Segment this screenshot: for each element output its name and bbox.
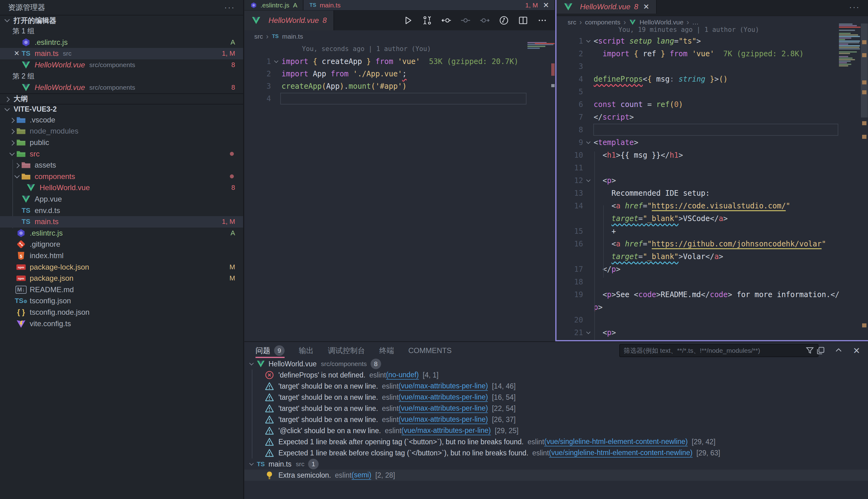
breadcrumb-item[interactable]: main.ts xyxy=(282,33,303,40)
panel-tab-输出[interactable]: 输出 xyxy=(299,342,314,359)
rule-link[interactable]: (vue/max-attributes-per-line) xyxy=(399,404,488,413)
editor-group-focus-border[interactable] xyxy=(555,0,556,341)
previous-change-icon[interactable] xyxy=(442,15,451,25)
file-history-icon[interactable] xyxy=(499,15,509,25)
breadcrumb-item[interactable]: … xyxy=(692,19,699,26)
breadcrumb-item[interactable]: src xyxy=(254,33,263,40)
code-editor[interactable]: 1 import { createApp } from 'vue' 53K (g… xyxy=(244,55,555,105)
current-change-icon[interactable] xyxy=(461,15,470,25)
panel-tab-终端[interactable]: 终端 xyxy=(379,342,394,359)
problem-item[interactable]: Extra semicolon. eslint(semi) [2, 28] xyxy=(244,470,868,481)
tree-item-src[interactable]: src xyxy=(0,148,243,159)
tree-item-assets[interactable]: assets xyxy=(0,159,243,171)
editor-group-label: 第 2 组 xyxy=(0,71,243,82)
tree-item-components[interactable]: components xyxy=(0,171,243,182)
panel-tabs: 问题9 输出 调试控制台 终端 COMMENTS xyxy=(255,342,466,359)
open-editor-item[interactable]: ✕ TS main.ts src 1, M xyxy=(0,48,243,59)
run-icon[interactable] xyxy=(403,15,413,25)
overview-error-marker xyxy=(551,63,555,76)
next-change-icon[interactable] xyxy=(480,15,490,25)
problem-item[interactable]: 'defineProps' is not defined. eslint(no-… xyxy=(244,369,868,380)
fold-chevron-icon[interactable] xyxy=(583,177,594,185)
bottom-panel: 问题9 输出 调试控制台 终端 COMMENTS ✕ HelloWor xyxy=(244,341,868,499)
warning-icon xyxy=(265,448,274,458)
breadcrumb-item[interactable]: HelloWorld.vue xyxy=(639,19,683,26)
problem-item[interactable]: 'target' should be on a new line. eslint… xyxy=(244,392,868,403)
problem-item[interactable]: Expected 1 line break after opening tag … xyxy=(244,436,868,447)
panel-tab-问题[interactable]: 问题9 xyxy=(255,342,285,359)
minimap[interactable] xyxy=(528,42,555,51)
breadcrumb[interactable]: src›components›HelloWorld.vue›… xyxy=(568,18,699,27)
panel-tab-调试控制台[interactable]: 调试控制台 xyxy=(328,342,365,359)
tree-item-public[interactable]: public xyxy=(0,137,243,148)
tree-root-header[interactable]: VITE-VUE3-2 xyxy=(0,104,243,114)
tree-item-main.ts[interactable]: TS main.ts 1, M xyxy=(0,216,243,228)
scrollbar[interactable] xyxy=(861,24,868,118)
split-editor-icon[interactable] xyxy=(518,15,528,25)
open-changes-icon[interactable] xyxy=(422,15,432,25)
outline-header[interactable]: 大纲 xyxy=(0,93,243,104)
close-panel-icon[interactable]: ✕ xyxy=(852,346,861,355)
rule-link[interactable]: (vue/singleline-html-element-content-new… xyxy=(549,449,692,458)
open-editors-header[interactable]: 打开的编辑器 xyxy=(0,15,243,25)
tree-item-.gitignore[interactable]: .gitignore xyxy=(0,239,243,250)
tsconfig-icon: TS⚙ xyxy=(16,296,26,306)
rule-link[interactable]: (vue/singleline-html-element-content-new… xyxy=(544,437,688,447)
breadcrumb[interactable]: src›TSmain.ts xyxy=(254,32,303,41)
problem-file-HelloWorld.vue[interactable]: HelloWorld.vuesrc/components8 xyxy=(244,358,868,369)
sidebar-more-actions-icon[interactable]: ··· xyxy=(224,3,235,12)
problem-item[interactable]: 'target' should be on a new line. eslint… xyxy=(244,403,868,414)
tree-item-node_modules[interactable]: node_modules xyxy=(0,125,243,137)
ts-icon: TS xyxy=(272,33,279,40)
problem-file-main.ts[interactable]: TSmain.tssrc1 xyxy=(244,459,868,470)
more-icon[interactable] xyxy=(537,15,547,25)
tree-item-tsconfig.json[interactable]: TS⚙ tsconfig.json xyxy=(0,295,243,307)
code-editor[interactable]: 1 <script setup lang="ts"> 2 import { re… xyxy=(556,35,868,341)
editor-more-actions-icon[interactable]: ··· xyxy=(849,0,868,12)
fold-chevron-icon[interactable] xyxy=(583,329,594,337)
tree-item-HelloWorld.vue[interactable]: HelloWorld.vue 8 xyxy=(0,182,243,194)
problem-item[interactable]: 'target' should be on a new line. eslint… xyxy=(244,414,868,425)
tree-item-index.html[interactable]: 5 index.html xyxy=(0,250,243,261)
chevron-down-icon xyxy=(3,16,11,24)
tab-.eslintrc.js[interactable]: .eslintrc.js A xyxy=(244,0,303,10)
maximize-panel-icon[interactable] xyxy=(834,346,843,355)
open-in-editor-icon[interactable] xyxy=(816,346,825,355)
tab-helloworld-vue[interactable]: HelloWorld.vue 8 ✕ xyxy=(556,0,657,14)
close-icon[interactable]: ✕ xyxy=(12,49,21,58)
tree-item-.vscode[interactable]: .vscode xyxy=(0,114,243,126)
rule-link[interactable]: (semi) xyxy=(352,471,372,480)
tree-item-README.md[interactable]: M↓ README.md xyxy=(0,284,243,295)
open-editor-item[interactable]: HelloWorld.vue src/components 8 xyxy=(0,59,243,71)
minimap[interactable] xyxy=(839,24,860,67)
tree-item-package-lock.json[interactable]: npm package-lock.json M xyxy=(0,261,243,273)
rule-link[interactable]: (no-undef) xyxy=(386,371,419,380)
tree-item-.eslintrc.js[interactable]: .eslintrc.js A xyxy=(0,228,243,239)
tree-item-App.vue[interactable]: App.vue xyxy=(0,194,243,205)
close-icon[interactable]: ✕ xyxy=(543,1,549,10)
panel-tab-COMMENTS[interactable]: COMMENTS xyxy=(408,342,451,359)
tree-item-vite.config.ts[interactable]: vite.config.ts xyxy=(0,318,243,329)
fold-chevron-icon[interactable] xyxy=(583,37,594,45)
breadcrumb-item[interactable]: src xyxy=(568,19,576,26)
open-editor-item[interactable]: HelloWorld.vue src/components 8 xyxy=(0,82,243,93)
rule-link[interactable]: (vue/max-attributes-per-line) xyxy=(401,426,491,435)
problem-item[interactable]: '@click' should be on a new line. eslint… xyxy=(244,425,868,436)
filter-input[interactable] xyxy=(624,347,806,354)
problem-item[interactable]: Expected 1 line break before closing tag… xyxy=(244,447,868,459)
fold-chevron-icon[interactable] xyxy=(271,58,281,65)
rule-link[interactable]: (vue/max-attributes-per-line) xyxy=(399,393,488,402)
tree-item-env.d.ts[interactable]: TS env.d.ts xyxy=(0,205,243,216)
tab-main.ts[interactable]: TSmain.ts 1, M ✕ xyxy=(303,0,555,10)
breadcrumb-item[interactable]: components xyxy=(585,19,620,26)
tab-HelloWorld.vue[interactable]: HelloWorld.vue 8 xyxy=(244,11,334,30)
problems-filter xyxy=(619,344,819,357)
close-icon[interactable]: ✕ xyxy=(643,2,649,11)
problem-item[interactable]: 'target' should be on a new line. eslint… xyxy=(244,380,868,392)
tree-item-package.json[interactable]: npm package.json M xyxy=(0,273,243,284)
tree-item-tsconfig.node.json[interactable]: { } tsconfig.node.json xyxy=(0,307,243,318)
open-editor-item[interactable]: .eslintrc.js A xyxy=(0,37,243,48)
rule-link[interactable]: (vue/max-attributes-per-line) xyxy=(399,415,488,424)
rule-link[interactable]: (vue/max-attributes-per-line) xyxy=(399,382,488,391)
fold-chevron-icon[interactable] xyxy=(583,138,594,147)
